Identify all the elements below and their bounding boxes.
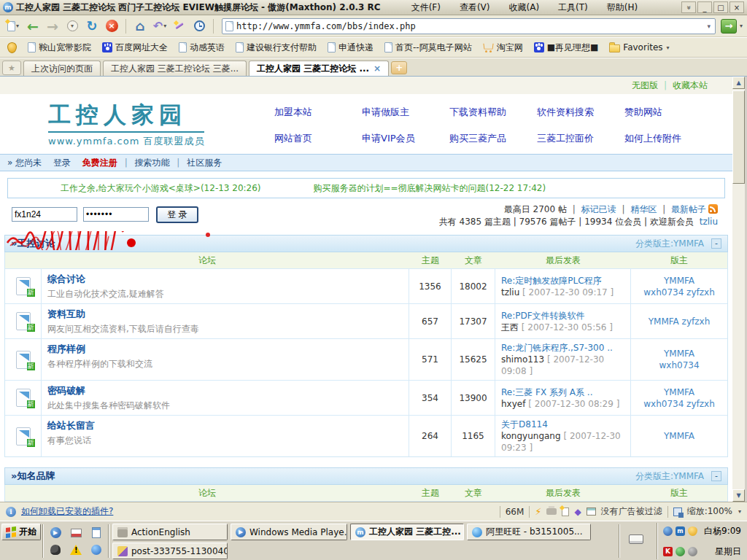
section-collapse-button[interactable]: - [711,238,721,249]
login-username-input[interactable] [12,207,77,222]
menu-view[interactable]: 查看(V) [460,1,490,14]
login-password-input[interactable] [83,207,149,222]
history-dropdown-button[interactable]: ▾ [63,18,81,35]
newest-member-link[interactable]: tzliu [700,217,718,227]
collapse-toolbars-button[interactable]: » [681,1,696,13]
stop-button[interactable]: × [103,18,120,35]
address-bar[interactable]: ▾ [222,18,716,34]
tray-network-icon[interactable] [676,547,685,556]
mark-read-link[interactable]: 标记已读 [581,204,616,214]
warning-quicklaunch-icon[interactable] [70,544,82,556]
tab-last-visited[interactable]: 上次访问的页面 [23,61,101,76]
favorites-folder[interactable]: Favorites▾ [609,42,669,52]
nav-link[interactable]: 下载资料帮助 [449,106,537,119]
new-window-icon[interactable] [562,508,569,516]
go-button[interactable]: → [721,19,737,34]
zoom-level[interactable]: 缩放:100% [687,505,732,518]
forward-button[interactable]: → [44,18,61,35]
forum-name-link[interactable]: 密码破解 [47,384,406,397]
login-button[interactable]: 登 录 [156,206,198,223]
favorite-link[interactable]: 动感英语 [179,42,225,54]
forum-name-link[interactable]: 程序样例 [47,343,406,356]
nav-link[interactable]: 三菱工控面价 [537,132,624,145]
search-function-link[interactable]: 搜索功能 [135,158,170,168]
lastpost-author[interactable]: hxyef [501,399,525,409]
lastpost-author[interactable]: 王西 [501,322,519,332]
forum-name-link[interactable]: 综合讨论 [47,273,406,286]
magic-fill-button[interactable] [171,18,188,35]
nav-link[interactable]: 购买三菱产品 [449,132,537,145]
lastpost-author[interactable]: tzliu [501,287,519,298]
section-moderator-link[interactable]: 分类版主:YMMFA [635,238,704,250]
lastpost-title-link[interactable]: 关于D8114 [501,419,624,430]
nav-link[interactable]: 如何上传附件 [624,132,712,145]
menu-file[interactable]: 文件(F) [411,1,441,14]
free-register-link[interactable]: 免费注册 [82,158,117,168]
new-page-dropdown-icon[interactable]: ▾ [16,23,19,29]
zoom-icon[interactable] [673,508,682,516]
favorite-link[interactable]: 建设银行支付帮助 [236,42,317,54]
forum-moderators-link[interactable]: YMMFA wxh0734 zyfzxh [631,269,727,303]
refresh-button[interactable]: ↻ [83,18,101,35]
announcement-link[interactable]: 购买服务器的计划==彻底解决网站卡的问题(12-22 17:42) [313,183,546,193]
lightning-icon[interactable]: ⚡ [535,506,541,517]
task-aliwangwang[interactable]: 阿里旺旺 - b3151005... [467,524,591,540]
undo-button[interactable]: ↶ ▾ [151,18,169,35]
new-page-button[interactable]: ▾ [4,18,22,35]
tab-list-button[interactable]: ★ [2,61,21,75]
menu-tools[interactable]: 工具(T) [558,1,588,14]
start-button[interactable]: 开始 [1,524,41,540]
favorite-link[interactable]: ■再见理想■ [534,42,599,54]
lastpost-title-link[interactable]: Re:三菱 FX 系列 A系 .. [501,386,624,398]
printer-icon[interactable] [546,508,557,515]
lastpost-author[interactable]: shimo113 [501,354,544,365]
tab-close-icon[interactable]: × [374,63,381,74]
site-logo[interactable]: 工控人家园 www.ymmfa.com 百度联盟成员 [48,100,204,148]
url-input[interactable] [236,21,703,31]
lastpost-title-link[interactable]: Re:定时触发故障PLC程序 [501,275,624,287]
tray-volume-icon[interactable] [688,547,697,556]
go-dropdown-icon[interactable]: ▾ [740,23,743,29]
rss-icon[interactable] [708,204,718,214]
tray-shield-icon[interactable] [688,526,697,536]
menu-help[interactable]: 帮助(H) [607,1,638,14]
section-moderator-link[interactable]: 分类版主:YMMFA [635,470,704,483]
picture-quicklaunch-icon[interactable] [70,527,82,539]
favorite-link[interactable]: 首页--阿莫电子网站 [384,42,472,54]
bookmark-site-link[interactable]: 收藏本站 [673,79,708,92]
tab-background[interactable]: 工控人家园 三菱工控论坛 三菱... [103,61,247,76]
newest-posts-link[interactable]: 最新帖子 [671,204,706,214]
browser-quicklaunch-icon[interactable] [90,527,102,539]
task-maxthon-active[interactable]: m 工控人家园 三菱工控... [350,524,464,540]
back-button[interactable]: ← [24,18,42,35]
lastpost-title-link[interactable]: Re:PDF文件转换软件 [501,310,624,322]
tray-antivirus-icon[interactable]: K [663,547,673,556]
nav-link[interactable]: 申请VIP会员 [362,132,449,145]
lastpost-title-link[interactable]: Re:龙门铣床程序.,S7-300 .. [501,342,624,354]
forum-moderators-link[interactable]: YMMFA zyfzxh [631,304,727,338]
nav-link[interactable]: 加盟本站 [274,106,362,119]
zoom-dropdown-icon[interactable]: ▾ [738,508,741,515]
maximize-button[interactable]: □ [713,1,728,13]
media-player-quicklaunch-icon[interactable]: ▶ [50,527,61,539]
address-dropdown-icon[interactable]: ▾ [705,23,712,30]
announcement-link[interactable]: 工作之余,给大家玩个小游戏<桌球>(12-13 20:26) [61,183,261,193]
forum-moderators-link[interactable]: YMMFA wxh0734 zyfzxh [631,381,727,415]
task-media-player[interactable]: ▶ Windows Media Playe... [231,524,347,540]
messenger-quicklaunch-icon[interactable] [90,544,102,556]
plugin-help-link[interactable]: 如何卸载已安装的插件? [21,505,113,518]
nav-link[interactable]: 软件资料搜索 [537,106,624,119]
nav-link[interactable]: 网站首页 [274,132,362,145]
section-collapse-button[interactable]: - [711,471,721,481]
favorite-link[interactable]: 淘宝网 [483,42,523,54]
task-post-download[interactable]: post-333755-1130040... [112,542,228,559]
login-link[interactable]: 登录 [53,158,71,168]
vertical-scrollbar[interactable]: ▲ ▼ [732,77,745,502]
skull-quicklaunch-icon[interactable] [50,544,61,556]
nav-link[interactable]: 赞助网站 [624,106,712,119]
favorite-link[interactable]: 百度网址大全 [102,42,168,54]
keyboard-layout-icon[interactable] [629,534,643,544]
minimize-button[interactable]: _ [697,1,712,13]
nav-link[interactable]: 申请做版主 [362,106,449,119]
tab-active[interactable]: 工控人家园 三菱工控论坛 ... × [249,61,389,76]
